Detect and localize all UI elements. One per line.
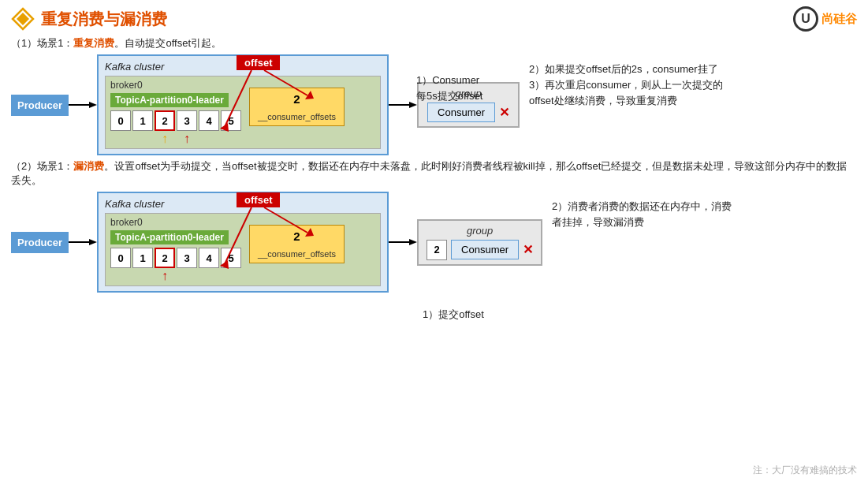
broker-left-2: broker0 TopicA-partition0-leader 0 1 2 3…	[110, 217, 241, 282]
offset-topic-1: 2 __consumer_offsets	[249, 88, 345, 126]
kafka-cluster-1: Kafka cluster offset broker0 TopicA-part…	[97, 54, 389, 155]
cell-0-1: 0	[110, 110, 131, 131]
notes1-line3: offset处继续消费，导致重复消费	[529, 94, 723, 108]
consumer-info-1: 1）Consumer 每5s提交offset	[416, 73, 482, 103]
cell-3-2: 3	[177, 248, 197, 268]
broker-box-1: broker0 TopicA-partition0-leader 0 1 2 3…	[105, 76, 381, 149]
arrow-kafka-group-1	[389, 97, 417, 113]
producer-box-2: Producer	[11, 232, 69, 253]
cell-3-1: 3	[177, 110, 197, 131]
arrow-producer-kafka-1	[69, 97, 97, 113]
brand-name: 尚硅谷	[821, 12, 857, 27]
cell-2-1-highlighted: 2	[155, 110, 175, 131]
header-left: 重复消费与漏消费	[11, 7, 167, 31]
diagram1-right-notes: 2）如果提交offset后的2s，consumer挂了 3）再次重启consum…	[529, 62, 723, 108]
consumer-label-2: Consumer	[451, 240, 519, 259]
offset-banner-1: offset	[237, 55, 280, 70]
section2-text: （2）场景1：漏消费。设置offset为手动提交，当offset被提交时，数据还…	[11, 159, 857, 188]
broker-left-1: broker0 TopicA-partition0-leader 0 1 2 3…	[110, 80, 241, 145]
cell-4-1: 4	[199, 110, 219, 131]
brand-logo: U 尚硅谷	[793, 6, 857, 32]
cell-5-2: 5	[221, 248, 241, 268]
svg-marker-11	[89, 239, 97, 245]
consumer-row-1: Consumer ✕	[427, 103, 510, 122]
section1-text: （1）场景1：重复消费。自动提交offset引起。	[11, 36, 857, 50]
notes2-line1: 2）消费者消费的数据还在内存中，消费	[552, 200, 732, 214]
cell-1-1: 1	[132, 110, 153, 131]
header: 重复消费与漏消费 U 尚硅谷	[11, 6, 857, 32]
consumer-offsets-label-1: __consumer_offsets	[258, 112, 336, 121]
cell-1-2: 1	[132, 248, 153, 268]
brand-u-icon: U	[793, 6, 818, 32]
topic-partition-1: TopicA-partition0-leader	[110, 93, 229, 107]
partition-cells-2: 0 1 2 3 4 5	[110, 248, 241, 268]
partition-cells-1: 0 1 2 3 4 5	[110, 110, 241, 131]
x-mark-2: ✕	[523, 242, 533, 257]
cell-0-2: 0	[110, 248, 131, 268]
notes2-line2: 者挂掉，导致漏消费	[552, 215, 732, 229]
arrow-kafka-group-2	[389, 234, 417, 250]
arrow-producer-kafka-2	[69, 234, 97, 250]
notes1-line1: 2）如果提交offset后的2s，consumer挂了	[529, 62, 723, 76]
page-title: 重复消费与漏消费	[41, 9, 167, 30]
diagram2-right-notes: 2）消费者消费的数据还在内存中，消费 者挂掉，导致漏消费	[552, 200, 732, 229]
watermark: 注：大厂没有难搞的技术	[753, 464, 857, 477]
svg-marker-3	[89, 102, 97, 108]
svg-marker-1	[17, 13, 29, 25]
offset-num-1: 2	[293, 92, 300, 106]
svg-marker-17	[409, 239, 417, 245]
submit-offset-label-2: 1）提交offset	[423, 308, 484, 322]
producer-box-1: Producer	[11, 95, 69, 116]
cell-4-2: 4	[199, 248, 219, 268]
group-box-2: group 2 Consumer ✕	[417, 219, 542, 266]
offset-num-2: 2	[293, 229, 300, 243]
kafka-cluster-2: Kafka cluster offset broker0 TopicA-part…	[97, 192, 389, 293]
consumer-offsets-label-2: __consumer_offsets	[258, 249, 336, 259]
consumer-label-1: Consumer	[427, 103, 495, 122]
diamond-icon	[11, 7, 35, 31]
consumer-row-2: 2 Consumer ✕	[427, 240, 533, 260]
consumer-cell-num-2: 2	[427, 240, 447, 260]
notes1-line2: 3）再次重启consumer，则从上一次提交的	[529, 78, 723, 92]
topic-partition-2: TopicA-partition0-leader	[110, 230, 229, 244]
cell-5-1: 5	[221, 110, 241, 131]
offset-topic-2: 2 __consumer_offsets	[249, 225, 345, 263]
x-mark-1: ✕	[499, 105, 509, 120]
page-container: { "header": { "title": "重复消费与漏消费", "bran…	[0, 0, 868, 485]
offset-banner-2: offset	[237, 192, 280, 207]
cell-2-2-highlighted: 2	[155, 248, 175, 268]
broker-box-2: broker0 TopicA-partition0-leader 0 1 2 3…	[105, 213, 381, 286]
